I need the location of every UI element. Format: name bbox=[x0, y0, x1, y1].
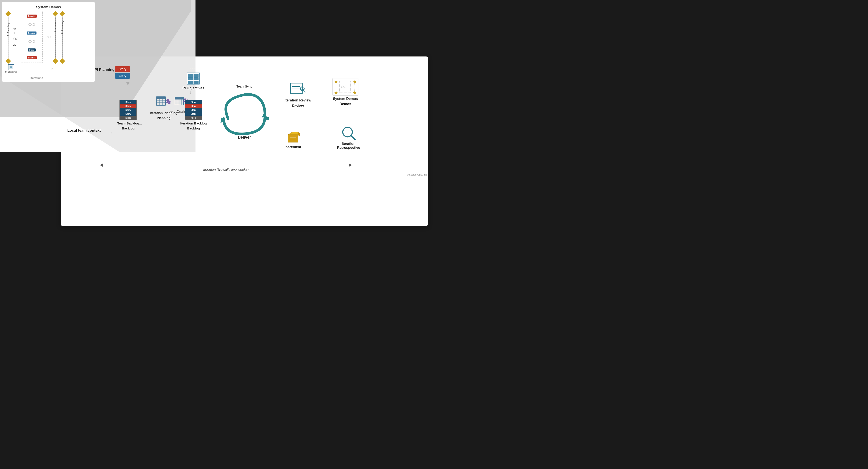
pi-objectives-mini: PI Objectives bbox=[5, 64, 17, 73]
svg-marker-41 bbox=[353, 91, 356, 94]
enabler-badge-mini: Enabler bbox=[27, 14, 36, 18]
svg-marker-43 bbox=[288, 132, 298, 135]
svg-line-34 bbox=[304, 90, 305, 92]
team-sync-label: Team Sync bbox=[237, 85, 252, 88]
copyright-text: © Scaled Agile, Inc. bbox=[407, 174, 428, 176]
arrow-backlog-to-planning: → bbox=[138, 122, 143, 127]
iteration-retro-section: Iteration Retrospective bbox=[332, 126, 365, 150]
svg-rect-17 bbox=[156, 97, 165, 99]
system-demos-header: System Demos bbox=[5, 5, 92, 9]
pi-objectives-main: ··· PI Objectives bbox=[183, 66, 205, 90]
svg-marker-37 bbox=[334, 91, 338, 94]
pi-obj-icon-mini bbox=[9, 65, 13, 69]
increment-section: Increment bbox=[284, 130, 301, 149]
iteration-review-section: Iteration Review Review bbox=[284, 83, 311, 108]
iteration-bar: Iteration (typically two weeks) bbox=[100, 163, 352, 171]
svg-marker-39 bbox=[353, 81, 356, 84]
pi-obj-goals-arrow: ↕ bbox=[189, 90, 191, 95]
svg-line-48 bbox=[351, 136, 355, 139]
pi-label-mini: PI bbox=[51, 67, 55, 70]
ip-iteration-diamond-bottom bbox=[53, 58, 58, 64]
iteration-planning-icon: Iteration Planning Planning bbox=[150, 96, 178, 120]
story-badge-blue-1: Story bbox=[115, 73, 130, 79]
iteration-review-label: Iteration Review bbox=[284, 98, 311, 102]
team-backlog-doc: Story Story Story Story NFRs Team Backlo… bbox=[117, 100, 139, 130]
pi-planning-right-diamond-bottom bbox=[60, 58, 65, 64]
deliver-section: Team Sync Deliver bbox=[219, 85, 269, 140]
pi-objectives-label: PI Objectives bbox=[183, 86, 205, 90]
system-demos-right-label: System Demos bbox=[333, 97, 358, 101]
local-team-context-label: Local team context bbox=[67, 128, 101, 133]
svg-marker-44 bbox=[298, 132, 300, 136]
svg-marker-35 bbox=[334, 81, 338, 84]
pi-planning-diamond-bottom bbox=[5, 58, 11, 64]
deliver-circular-arrows bbox=[219, 90, 269, 136]
svg-point-23 bbox=[168, 101, 170, 103]
increment-label: Increment bbox=[284, 145, 301, 149]
story-badge-mini: Story bbox=[28, 49, 35, 52]
svg-point-33 bbox=[302, 87, 303, 89]
iteration-duration-text: Iteration (typically two weeks) bbox=[203, 168, 249, 171]
story-badge-red-1: Story bbox=[115, 66, 130, 72]
pi-planning-diamond-top bbox=[5, 11, 11, 16]
ip-iteration-label: IP Iteration bbox=[54, 21, 57, 33]
ce-label: CE bbox=[12, 43, 19, 46]
pi-planning-label: PI Planning bbox=[7, 23, 9, 36]
pi-planning-right-diamond-top bbox=[60, 11, 65, 16]
iteration-retro-label: Iteration Retrospective bbox=[332, 142, 365, 150]
arrow-planning-to-backlog: → bbox=[169, 108, 174, 114]
pi-planning-right-label: PI Planning bbox=[61, 21, 64, 34]
feature-badge-mini: Feature bbox=[27, 31, 37, 35]
local-context-arrow: → bbox=[108, 130, 114, 136]
deliver-label: Deliver bbox=[238, 135, 251, 140]
enabler-badge-mini-2: Enabler bbox=[27, 56, 36, 59]
iterations-label: Iterations bbox=[30, 76, 43, 80]
infinity-symbol-2 bbox=[27, 39, 36, 44]
overview-box: System Demos PI Planning CD bbox=[2, 2, 95, 82]
svg-marker-27 bbox=[269, 117, 269, 121]
iteration-backlog-doc: Story Story Story Story NFRs Iteration B… bbox=[180, 100, 207, 130]
cd-label: CD bbox=[12, 28, 19, 30]
ci-label: CI bbox=[12, 32, 19, 34]
down-arrow-1: ▼ bbox=[125, 81, 131, 87]
infinity-symbol-1 bbox=[27, 22, 36, 27]
system-demos-right: System Demos Demos bbox=[332, 78, 359, 106]
ip-iteration-diamond-top bbox=[53, 11, 58, 16]
infinity-symbol-3 bbox=[44, 35, 52, 39]
svg-rect-42 bbox=[288, 135, 298, 142]
